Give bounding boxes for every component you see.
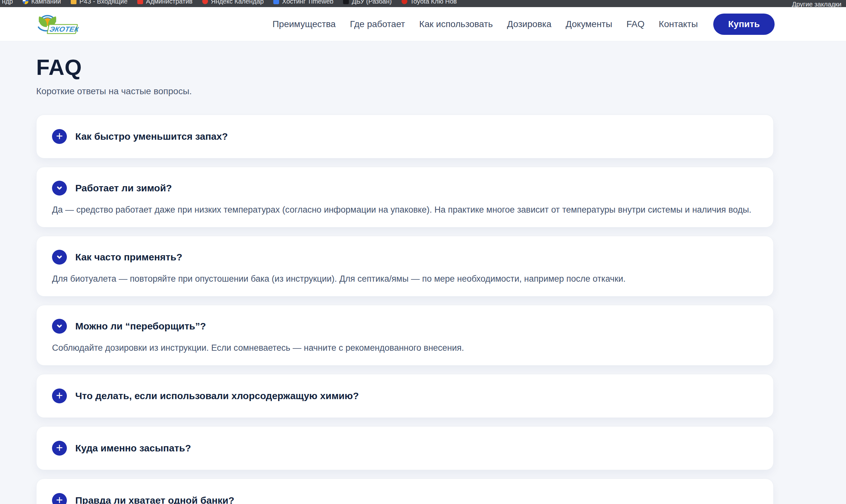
faq-question[interactable]: Куда именно засыпать? [75, 443, 191, 454]
bookmark-item[interactable]: Яндекс Календар [202, 0, 263, 5]
chevron-down-icon[interactable] [52, 319, 67, 334]
bookmark-item[interactable]: Хостинг Timeweb [273, 0, 333, 5]
faq-question-row[interactable]: +Что делать, если использовали хлорсодер… [52, 389, 758, 403]
browser-window: ндрКампанииР4З - ВходящиеАдминистративЯн… [0, 0, 846, 504]
faq-section: FAQ Короткие ответы на частые вопросы. +… [36, 55, 774, 504]
bookmark-item[interactable]: Toyota Клю Нов [401, 0, 457, 5]
bookmark-label: ДБУ (Разбан) [352, 0, 392, 5]
nav-item[interactable]: Документы [566, 19, 612, 29]
chevron-glyph [56, 323, 63, 330]
calendar-icon [202, 0, 208, 4]
doc-icon [343, 0, 349, 4]
faq-question-row[interactable]: Работает ли зимой? [52, 181, 758, 196]
faq-item: Работает ли зимой?Да — средство работает… [36, 167, 774, 228]
nav-item[interactable]: Где работает [350, 19, 405, 29]
chevron-glyph [56, 254, 63, 261]
buy-button[interactable]: Купить [713, 14, 775, 35]
faq-item: +Как быстро уменьшится запах? [36, 114, 774, 158]
faq-item: +Куда именно засыпать? [36, 426, 774, 470]
faq-question-row[interactable]: Можно ли “переборщить”? [52, 319, 758, 334]
plus-icon[interactable]: + [52, 389, 67, 403]
bookmark-item[interactable]: ДБУ (Разбан) [343, 0, 392, 5]
nav-item[interactable]: Контакты [659, 19, 698, 29]
faq-question[interactable]: Что делать, если использовали хлорсодерж… [75, 391, 359, 401]
faq-item: Можно ли “переборщить”?Соблюдайте дозиро… [36, 305, 774, 365]
faq-question[interactable]: Правда ли хватает одной банки? [75, 495, 234, 504]
other-bookmarks-button[interactable]: Другие закладки [792, 1, 842, 7]
faq-question-row[interactable]: +Куда именно засыпать? [52, 441, 758, 455]
faq-answer: Соблюдайте дозировки из инструкции. Если… [52, 341, 758, 354]
faq-question[interactable]: Как быстро уменьшится запах? [75, 131, 228, 142]
page-title: FAQ [36, 55, 774, 79]
sphere-icon [23, 0, 29, 4]
plus-icon[interactable]: + [52, 441, 67, 455]
main-nav: ПреимуществаГде работаетКак использовать… [272, 19, 698, 29]
play-icon [137, 0, 143, 4]
folder-icon [71, 0, 76, 4]
ecotek-logo[interactable]: ЭКОТЕК [36, 12, 79, 36]
plus-glyph: + [56, 130, 63, 142]
bookmarks-bar: ндрКампанииР4З - ВходящиеАдминистративЯн… [0, 0, 846, 7]
hosting-icon [273, 0, 279, 4]
page-subtitle: Короткие ответы на частые вопросы. [36, 86, 774, 96]
faq-question[interactable]: Можно ли “переборщить”? [75, 321, 206, 332]
bookmark-label: Хостинг Timeweb [282, 0, 333, 5]
nav-item[interactable]: Как использовать [419, 19, 493, 29]
plus-icon[interactable]: + [52, 493, 67, 504]
nav-item[interactable]: Дозировка [507, 19, 551, 29]
bookmark-label: ндр [2, 0, 13, 5]
faq-item: +Что делать, если использовали хлорсодер… [36, 374, 774, 418]
ecotek-logo-image: ЭКОТЕК [36, 12, 79, 35]
faq-question-row[interactable]: +Как быстро уменьшится запах? [52, 129, 758, 144]
bookmark-item[interactable]: Административ [137, 0, 192, 5]
faq-list: +Как быстро уменьшится запах?Работает ли… [36, 114, 774, 504]
faq-item: +Правда ли хватает одной банки? [36, 479, 774, 504]
logo-text: ЭКОТЕК [49, 25, 79, 33]
plus-glyph: + [56, 494, 63, 504]
plus-glyph: + [56, 390, 63, 401]
bookmark-label: Toyota Клю Нов [410, 0, 457, 5]
chevron-down-icon[interactable] [52, 250, 67, 265]
bookmarks-row: ндрКампанииР4З - ВходящиеАдминистративЯн… [2, 0, 792, 7]
chevron-down-icon[interactable] [52, 181, 67, 196]
bookmark-label: Яндекс Календар [211, 0, 263, 5]
bookmark-item[interactable]: Р4З - Входящие [71, 0, 127, 5]
bookmark-item[interactable]: ндр [2, 0, 13, 5]
toyota-icon [401, 0, 407, 4]
bookmark-label: Р4З - Входящие [80, 0, 127, 5]
faq-question-row[interactable]: Как часто применять? [52, 250, 758, 265]
bookmark-label: Кампании [31, 0, 61, 5]
plus-icon[interactable]: + [52, 129, 67, 144]
faq-question[interactable]: Как часто применять? [75, 252, 182, 263]
nav-item[interactable]: FAQ [626, 19, 644, 29]
faq-question-row[interactable]: +Правда ли хватает одной банки? [52, 493, 758, 504]
faq-item: Как часто применять?Для биотуалета — пов… [36, 236, 774, 296]
chevron-glyph [56, 184, 63, 192]
faq-answer: Для биотуалета — повторяйте при опустоше… [52, 272, 758, 285]
faq-answer: Да — средство работает даже при низких т… [52, 203, 758, 216]
nav-item[interactable]: Преимущества [272, 19, 335, 29]
plus-glyph: + [56, 442, 63, 454]
site-header: ЭКОТЕК ПреимуществаГде работаетКак испол… [0, 7, 846, 41]
faq-question[interactable]: Работает ли зимой? [75, 183, 172, 194]
bookmark-item[interactable]: Кампании [23, 0, 61, 5]
bookmark-label: Административ [146, 0, 192, 5]
